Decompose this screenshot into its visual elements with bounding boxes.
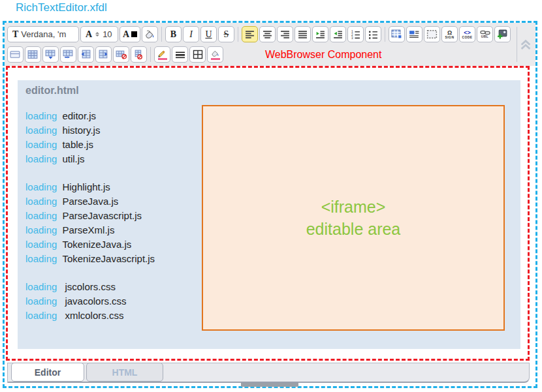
editor-toolbar: T Verdana, 'm A 10 A B I U S — [5, 23, 535, 66]
code-label: CODE — [462, 36, 472, 39]
justify-icon — [298, 30, 308, 39]
outdent-button[interactable] — [312, 26, 328, 42]
file-name: util.js — [62, 153, 84, 164]
url-chain-icon: URL — [480, 30, 490, 38]
editor-filename: editor.html — [25, 85, 79, 97]
align-right-button[interactable] — [277, 26, 293, 42]
tab-html[interactable]: HTML — [86, 363, 163, 382]
url-label: URL — [481, 35, 488, 38]
underline-label: U — [205, 29, 212, 40]
insert-row-below-button[interactable] — [42, 46, 59, 63]
bullet-list-icon — [368, 30, 378, 39]
collapse-toolbar-button[interactable] — [517, 27, 534, 62]
insert-row-below-icon — [45, 50, 56, 59]
loading-status: loading — [25, 281, 57, 292]
loading-file-row: loadinghistory.js — [25, 123, 155, 138]
loading-file-row: loadingutil.js — [25, 152, 155, 166]
table-grid-button[interactable] — [25, 46, 41, 63]
ordered-list-button[interactable]: 123 — [347, 26, 364, 42]
bullet-list-button[interactable] — [365, 26, 381, 42]
toolbar-row-2: WebBrowser Component — [7, 44, 516, 65]
insert-row-above-button[interactable] — [78, 46, 94, 63]
delete-row-button[interactable] — [113, 46, 129, 63]
loading-status: loading — [25, 224, 57, 235]
background-color-button[interactable] — [142, 26, 158, 42]
source-code-button[interactable]: <>CODE — [459, 26, 475, 42]
underline-button[interactable]: U — [200, 26, 217, 42]
font-size-value: 10 — [103, 29, 112, 39]
fill-bucket-icon — [210, 50, 221, 60]
delete-row-icon — [116, 50, 127, 59]
bold-button[interactable]: B — [165, 26, 182, 42]
webbrowser-component-outline: editor.html loadingeditor.js loadinghist… — [6, 66, 530, 361]
tab-html-label: HTML — [112, 367, 138, 378]
line-style-button[interactable] — [172, 46, 188, 63]
delete-column-button[interactable] — [131, 46, 147, 63]
align-left-button[interactable] — [242, 26, 258, 42]
pencil-icon — [157, 50, 168, 60]
bold-label: B — [170, 29, 176, 40]
indent-button[interactable] — [330, 26, 346, 42]
hyperlink-button[interactable]: URL — [477, 26, 493, 42]
toolbar-divider — [238, 27, 238, 42]
insert-table-plain-button[interactable] — [7, 46, 24, 63]
loading-file-row: loadingTokenizeJavascript.js — [25, 252, 155, 266]
insert-column-right-button[interactable] — [60, 46, 76, 63]
justify-button[interactable] — [295, 26, 311, 42]
iframe-editable-area[interactable]: <iframe> editable area — [202, 105, 505, 331]
toolbar-divider — [150, 47, 151, 62]
parser-file-group: loadingHighlight.js loadingParseJava.js … — [25, 180, 155, 266]
font-name-select[interactable]: T Verdana, 'm — [7, 26, 79, 42]
strikethrough-button[interactable]: S — [218, 26, 234, 42]
align-center-icon — [263, 30, 272, 39]
file-name: ParseXml.js — [62, 224, 114, 235]
loading-file-row: loadingxmlcolors.css — [25, 309, 155, 323]
outdent-icon — [315, 30, 325, 39]
resize-handle[interactable] — [241, 383, 298, 387]
font-size-select[interactable]: A 10 — [80, 26, 118, 42]
loading-status: loading — [25, 310, 57, 321]
iframe-label-line2: editable area — [306, 218, 401, 240]
special-sign-button[interactable]: ΩSIGN — [441, 26, 458, 42]
cell-fill-button[interactable] — [207, 46, 223, 63]
file-name: editor.js — [62, 110, 96, 121]
cell-border-icon — [193, 50, 203, 59]
insert-column-left-button[interactable] — [95, 46, 112, 63]
loading-status: loading — [25, 125, 57, 136]
loading-file-row: loadingParseXml.js — [25, 223, 155, 237]
editor-html-panel: editor.html loadingeditor.js loadinghist… — [18, 80, 520, 349]
table-icon — [10, 50, 21, 59]
insert-table-button[interactable] — [389, 26, 405, 42]
font-color-button[interactable]: A — [120, 26, 140, 42]
richtexteditor-component: T Verdana, 'm A 10 A B I U S — [3, 21, 537, 388]
pencil-color-bar — [158, 58, 167, 60]
loading-status: loading — [25, 239, 57, 250]
file-name: TokenizeJava.js — [62, 239, 131, 250]
align-left-icon — [245, 30, 255, 39]
bottom-tab-bar: Editor HTML — [7, 363, 530, 383]
loading-status: loading — [25, 210, 57, 221]
loading-status: loading — [25, 110, 57, 121]
selection-box-button[interactable] — [424, 26, 440, 42]
toolbar-divider — [385, 27, 385, 42]
align-center-button[interactable] — [259, 26, 276, 42]
full-grid-icon — [27, 50, 39, 59]
border-color-button[interactable] — [154, 46, 170, 63]
object-layout-button[interactable] — [406, 26, 422, 42]
paint-bucket-icon — [144, 29, 155, 39]
file-name: Highlight.js — [62, 181, 110, 192]
toolbar-divider — [161, 27, 162, 42]
insert-image-button[interactable] — [494, 26, 511, 42]
script-file-group: loadingeditor.js loadinghistory.js loadi… — [25, 109, 155, 166]
tab-editor[interactable]: Editor — [11, 363, 84, 382]
cell-border-button[interactable] — [189, 46, 206, 63]
toolbar-row-1: T Verdana, 'm A 10 A B I U S — [7, 24, 516, 44]
code-icon: <>CODE — [462, 30, 472, 39]
loading-status: loading — [25, 153, 57, 164]
file-name: jscolors.css — [65, 281, 116, 292]
loading-file-list: loadingeditor.js loadinghistory.js loadi… — [25, 109, 155, 337]
indent-icon — [333, 30, 343, 39]
loading-status: loading — [25, 295, 57, 307]
italic-button[interactable]: I — [183, 26, 199, 42]
loading-file-row: loadingParseJava.js — [25, 194, 155, 209]
